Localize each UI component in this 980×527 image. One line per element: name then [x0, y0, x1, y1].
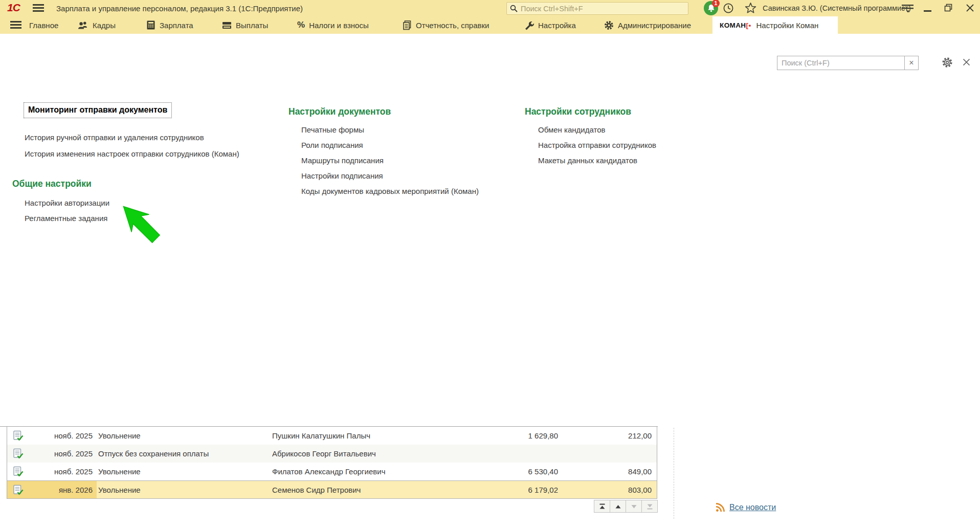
notifications-bell-icon[interactable]: 1 — [704, 1, 718, 15]
cell-amount: 6 179,02 — [480, 481, 558, 499]
cell-amount2: 212,00 — [574, 427, 652, 445]
link-istoriya-ruchnoy-otpravki[interactable]: История ручной отправки и удаления сотру… — [25, 133, 204, 142]
cell-amount2: 803,00 — [574, 481, 652, 499]
cell-period: нояб. 2025 — [30, 427, 93, 445]
go-down-button[interactable] — [626, 500, 642, 513]
group-title-nastroyki-dokumentov: Настройки документов — [288, 106, 391, 117]
table-row[interactable]: нояб. 2025 Отпуск без сохранения оплаты … — [7, 445, 657, 463]
document-posted-icon — [13, 448, 24, 459]
link-reglamentnye-zadaniya[interactable]: Регламентные задания — [25, 214, 107, 223]
link-nastroyki-avtorizatsii[interactable]: Настройки авторизации — [25, 199, 109, 207]
document-posted-icon — [13, 466, 24, 477]
panel-settings-gear-icon[interactable] — [941, 56, 953, 71]
link-nastroyki-podpisaniya[interactable]: Настройки подписания — [301, 171, 383, 180]
1c-logo: 1С — [7, 2, 20, 14]
link-roli-podpisaniya[interactable]: Роли подписания — [301, 141, 363, 149]
calculator-icon — [146, 20, 155, 30]
table-row[interactable]: нояб. 2025 Увольнение Филатов Александр … — [7, 463, 657, 480]
cell-employee: Пушкин Калатушкин Палыч — [272, 427, 370, 445]
link-istoriya-izmeneniya-nastroek[interactable]: История изменения настроек отправки сотр… — [25, 149, 239, 158]
gear-icon — [604, 20, 614, 30]
clear-search-icon[interactable]: × — [904, 56, 918, 70]
link-nastroyka-otpravki-sotrudnikov[interactable]: Настройка отправки сотрудников — [538, 141, 656, 149]
sections-panel-toggle-icon[interactable] — [10, 21, 21, 31]
menu-item-otchetnost[interactable]: Отчетность, справки — [403, 16, 489, 34]
percent-icon: % — [297, 20, 305, 30]
cell-amount — [480, 445, 558, 463]
panel-divider — [674, 428, 674, 519]
global-search-field[interactable] — [521, 5, 685, 13]
close-window-button[interactable] — [966, 4, 974, 14]
menu-item-glavnoe[interactable]: Главное — [29, 16, 58, 34]
documents-table: нояб. 2025 Увольнение Пушкин Калатушкин … — [7, 427, 657, 499]
menu-item-zarplata[interactable]: Зарплата — [146, 16, 193, 34]
cell-amount2 — [574, 445, 652, 463]
cell-doc-type: Увольнение — [98, 463, 141, 480]
link-pechatnye-formy[interactable]: Печатные формы — [301, 125, 364, 134]
money-icon — [222, 21, 232, 29]
link-marshruty-podpisaniya[interactable]: Маршруты подписания — [301, 156, 384, 165]
menu-item-vyplaty[interactable]: Выплаты — [222, 16, 268, 34]
group-title-obschie-nastroyki: Общие настройки — [12, 179, 92, 189]
cell-doc-type: Увольнение — [98, 427, 141, 445]
cell-amount: 1 629,80 — [480, 427, 558, 445]
tab-nastroyki-koman[interactable]: КОМАН[• Настройки Коман — [712, 16, 838, 34]
cell-employee: Абрикосов Георг Витальевич — [272, 445, 376, 463]
go-first-button[interactable] — [594, 500, 610, 513]
cell-doc-type: Увольнение — [98, 481, 141, 499]
report-pages-icon — [403, 20, 412, 30]
cell-doc-type: Отпуск без сохранения оплаты — [98, 445, 209, 463]
cell-amount: 6 530,40 — [480, 463, 558, 480]
title-bar: 1С Зарплата и управление персоналом, ред… — [0, 0, 980, 16]
link-kody-dokumentov[interactable]: Коды документов кадровых мероприятий (Ко… — [301, 187, 479, 195]
rss-icon — [716, 502, 725, 514]
current-user[interactable]: Савинская З.Ю. (Системный программист) — [763, 4, 911, 12]
koman-logo: КОМАН[• — [720, 21, 751, 29]
notification-count-badge: 1 — [712, 0, 720, 7]
menu-item-nalogi[interactable]: % Налоги и взносы — [297, 16, 369, 34]
cell-employee: Филатов Александр Георгиевич — [272, 463, 385, 480]
cell-period: нояб. 2025 — [30, 445, 93, 463]
panel-search-input[interactable] — [777, 56, 904, 70]
cell-amount2: 849,00 — [574, 463, 652, 480]
green-cursor-arrow — [123, 206, 162, 247]
menu-item-nastroyka[interactable]: Настройка — [524, 16, 576, 34]
cell-period: нояб. 2025 — [30, 463, 93, 480]
restore-window-button[interactable] — [944, 4, 953, 14]
wrench-icon — [524, 20, 534, 30]
global-search-input[interactable] — [506, 2, 688, 15]
favorites-star-icon[interactable] — [745, 2, 756, 16]
menu-item-administrirovanie[interactable]: Администрирование — [604, 16, 691, 34]
service-menu-icon[interactable] — [902, 5, 914, 15]
menu-item-kadry[interactable]: Кадры — [78, 16, 116, 34]
panel-search-box[interactable]: × — [777, 56, 919, 70]
cell-period: янв. 2026 — [30, 481, 93, 499]
main-menu-icon[interactable] — [33, 4, 44, 14]
go-last-button[interactable] — [641, 500, 658, 513]
search-icon — [510, 5, 518, 12]
group-title-nastroyki-sotrudnikov: Настройки сотрудников — [525, 106, 631, 117]
all-news-link[interactable]: Все новости — [729, 503, 776, 512]
group-title-monitoring-otpravki[interactable]: Мониторинг отправки документов — [24, 102, 172, 118]
go-up-button[interactable] — [610, 500, 626, 513]
panel-close-icon[interactable] — [962, 58, 971, 69]
minimize-button[interactable] — [924, 10, 931, 12]
table-row[interactable]: нояб. 2025 Увольнение Пушкин Калатушкин … — [7, 427, 657, 445]
table-row-selected[interactable]: янв. 2026 Увольнение Семенов Сидр Петров… — [7, 480, 657, 499]
document-posted-icon — [13, 485, 24, 496]
link-obmen-kandidatov[interactable]: Обмен кандидатов — [538, 125, 605, 134]
link-makety-dannyh-kandidatov[interactable]: Макеты данных кандидатов — [538, 156, 637, 165]
people-icon — [78, 21, 88, 30]
history-icon[interactable] — [723, 3, 734, 16]
table-nav-buttons — [594, 500, 658, 513]
document-posted-icon — [13, 430, 24, 442]
cell-employee: Семенов Сидр Петрович — [272, 481, 361, 499]
window-title: Зарплата и управление персоналом, редакц… — [56, 4, 303, 13]
